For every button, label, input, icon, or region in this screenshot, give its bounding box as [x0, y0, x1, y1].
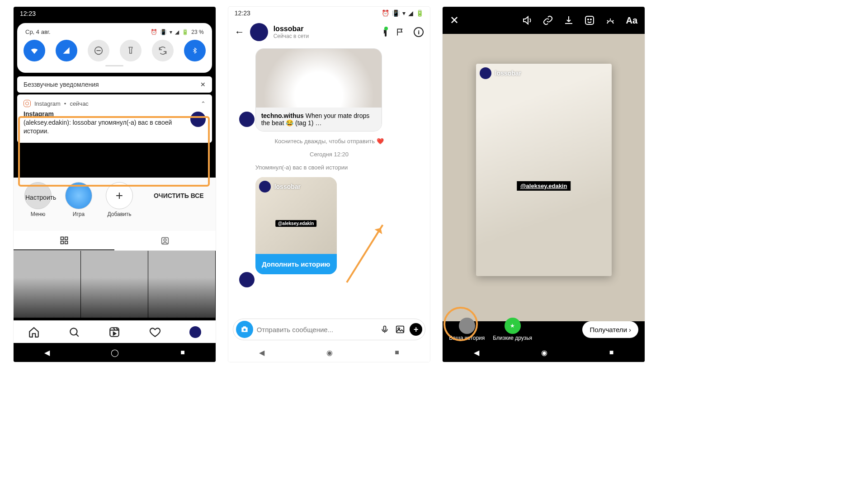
chat-avatar[interactable]	[250, 23, 268, 41]
status-time: 12:23	[20, 10, 36, 17]
highlight-label: Игра	[73, 211, 85, 217]
close-friends-option[interactable]: ★ Близкие друзья	[493, 318, 532, 341]
highlight-add[interactable]: + Добавить	[106, 182, 133, 232]
chat-body[interactable]: techno.withus When your mate drops the b…	[228, 48, 430, 274]
back-icon[interactable]: ◀	[259, 348, 264, 357]
video-call-icon[interactable]	[385, 28, 387, 36]
svg-rect-10	[384, 326, 386, 331]
story-canvas[interactable]: lossobar @aleksey.edakin	[443, 34, 645, 321]
text-tool[interactable]: Aa	[626, 15, 637, 26]
home-icon[interactable]: ◯	[111, 348, 119, 357]
post-thumb[interactable]	[14, 251, 80, 318]
close-icon[interactable]: ✕	[450, 14, 459, 27]
signal-icon: ◢	[175, 29, 179, 35]
camera-button[interactable]	[236, 321, 253, 338]
dnd-tile[interactable]	[88, 40, 109, 61]
shade-handle[interactable]	[105, 65, 123, 66]
bluetooth-tile[interactable]	[184, 40, 206, 61]
profile-highlights-row: Меню Игра + Добавить	[14, 178, 216, 232]
chat-header: ← lossobar Сейчас в сети i	[228, 19, 430, 45]
highlight-igra[interactable]: Игра	[65, 182, 92, 232]
chat-name[interactable]: lossobar	[274, 25, 380, 33]
plus-icon: +	[106, 182, 133, 209]
recipients-button[interactable]: Получатели ›	[582, 321, 638, 338]
back-icon[interactable]: ←	[235, 26, 245, 38]
svg-rect-1	[65, 237, 67, 239]
repost-username: lossobar	[495, 70, 521, 77]
flashlight-tile[interactable]	[120, 40, 142, 61]
phone-3-story-editor: ✕ Aa lossobar @aleksey.edakin Ваша истор…	[443, 7, 645, 362]
back-icon[interactable]: ◀	[44, 348, 50, 357]
wifi-icon: ▾	[402, 9, 406, 17]
activity-icon[interactable]	[149, 326, 161, 338]
instagram-icon	[24, 100, 31, 107]
silent-label: Беззвучные уведомления	[24, 81, 99, 88]
mention-system-line: Упомянул(-а) вас в своей истории	[255, 164, 425, 171]
highlight-menu[interactable]: Меню	[24, 182, 52, 232]
gallery-icon[interactable]	[394, 324, 406, 335]
vibrate-icon: 📳	[392, 9, 400, 17]
home-icon[interactable]	[28, 326, 40, 338]
your-story-option[interactable]: Ваша история	[449, 318, 485, 341]
clear-all-button[interactable]: ОЧИСТИТЬ ВСЕ	[154, 192, 204, 199]
battery-icon: 🔋	[182, 29, 189, 35]
shared-caption: techno.withus When your mate drops the b…	[256, 108, 382, 131]
your-story-avatar	[459, 318, 475, 334]
repost-avatar	[480, 67, 491, 79]
highlight-thumb	[65, 182, 92, 209]
story-author-name: lossobar	[274, 183, 301, 190]
link-icon[interactable]	[542, 15, 553, 26]
svg-point-6	[70, 328, 77, 335]
svg-point-15	[590, 19, 591, 20]
effects-icon[interactable]	[605, 15, 616, 26]
home-icon[interactable]: ◉	[541, 348, 547, 357]
info-icon[interactable]: i	[414, 27, 424, 37]
sender-avatar[interactable]	[239, 112, 255, 127]
home-icon[interactable]: ◉	[326, 348, 333, 357]
data-tile[interactable]	[56, 40, 77, 61]
dot-sep: •	[64, 100, 66, 107]
recents-icon[interactable]: ■	[395, 348, 399, 357]
voice-icon[interactable]	[379, 324, 391, 335]
rotate-tile[interactable]	[152, 40, 174, 61]
back-icon[interactable]: ◀	[474, 348, 479, 357]
flag-icon[interactable]	[396, 27, 405, 38]
close-friends-label: Близкие друзья	[493, 335, 532, 341]
chevron-up-icon[interactable]: ⌃	[201, 100, 206, 107]
close-icon[interactable]: ✕	[200, 81, 206, 88]
svg-rect-13	[585, 16, 594, 24]
audio-icon[interactable]	[522, 15, 533, 26]
save-icon[interactable]	[563, 15, 574, 26]
reels-icon[interactable]	[108, 326, 120, 338]
add-button[interactable]: +	[410, 323, 422, 336]
notification-card[interactable]: Instagram • сейчас ⌃ Instagram (aleksey.…	[17, 94, 212, 143]
repost-sticker[interactable]: lossobar @aleksey.edakin	[476, 64, 612, 276]
sticker-icon[interactable]	[584, 15, 595, 26]
story-mention-card[interactable]: lossobar @aleksey.edakin Дополнить истор…	[255, 177, 337, 274]
mention-tag: @aleksey.edakin	[275, 220, 317, 227]
shared-post[interactable]: techno.withus When your mate drops the b…	[255, 48, 382, 131]
status-icons: ⏰ 📳 ▾ ◢ 🔋 23 %	[151, 29, 203, 35]
add-to-story-button[interactable]: Дополнить историю	[255, 254, 337, 274]
svg-rect-11	[396, 326, 404, 333]
shared-username: techno.withus	[261, 112, 304, 119]
svg-point-9	[243, 328, 245, 331]
wifi-tile[interactable]	[24, 40, 45, 61]
star-icon: ★	[505, 318, 521, 334]
system-nav: ◀ ◉ ■	[443, 343, 645, 362]
settings-button[interactable]: Настроить	[25, 194, 56, 201]
recents-icon[interactable]: ■	[180, 348, 185, 357]
post-thumb[interactable]	[81, 251, 148, 318]
mention-tag: @aleksey.edakin	[517, 181, 571, 191]
profile-avatar-icon[interactable]	[189, 326, 201, 338]
sender-avatar[interactable]	[239, 272, 255, 287]
tagged-tab[interactable]	[114, 231, 215, 250]
svg-rect-2	[61, 241, 63, 244]
svg-point-14	[588, 19, 589, 20]
message-input[interactable]	[257, 326, 376, 333]
battery-icon: 🔋	[416, 9, 424, 17]
post-thumb[interactable]	[148, 251, 215, 318]
search-icon[interactable]	[68, 326, 80, 338]
recents-icon[interactable]: ■	[609, 348, 614, 357]
grid-tab[interactable]	[14, 231, 114, 250]
